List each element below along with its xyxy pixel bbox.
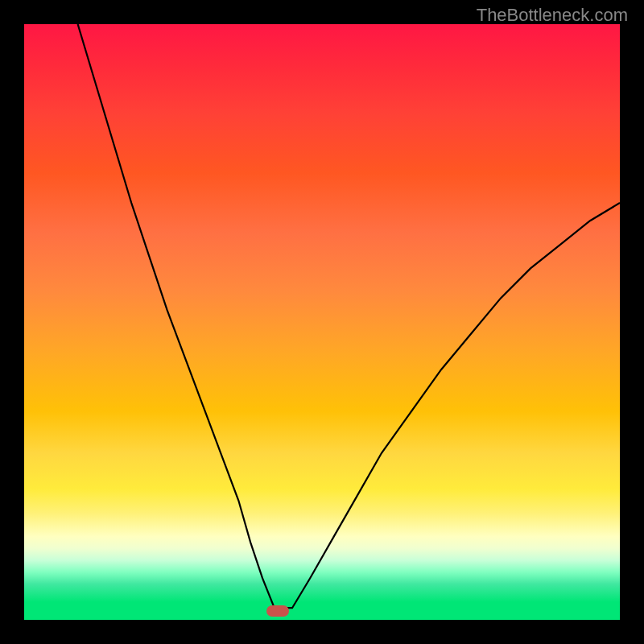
bottleneck-curve xyxy=(24,24,620,620)
optimal-marker-icon xyxy=(266,605,289,617)
plot-area xyxy=(24,24,620,620)
watermark-text: TheBottleneck.com xyxy=(477,5,628,26)
